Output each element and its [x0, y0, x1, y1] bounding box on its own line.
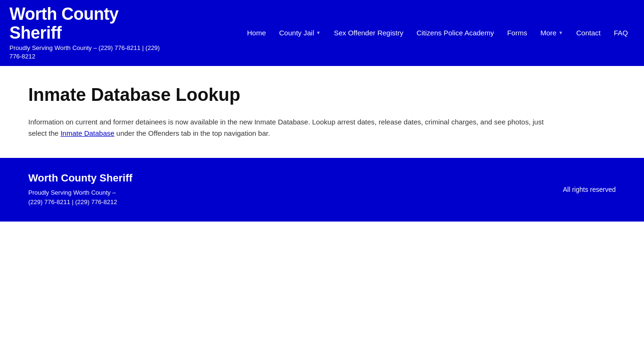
footer-brand: Worth County Sheriff Proudly Serving Wor…	[28, 172, 132, 208]
nav-contact[interactable]: Contact	[570, 25, 607, 41]
more-dropdown-icon: ▼	[558, 30, 563, 35]
description-text-part2: under the Offenders tab in the top navig…	[115, 129, 270, 137]
nav-county-jail[interactable]: County Jail ▼	[272, 25, 327, 41]
footer-subtitle: Proudly Serving Worth County – (229) 776…	[28, 188, 132, 208]
footer-rights: All rights reserved	[563, 186, 616, 193]
county-jail-dropdown-icon: ▼	[316, 30, 321, 35]
footer-title: Worth County Sheriff	[28, 172, 132, 184]
main-nav: Home County Jail ▼ Sex Offender Registry…	[174, 25, 635, 41]
brand-area: Worth County Sheriff Proudly Serving Wor…	[9, 5, 160, 61]
nav-more[interactable]: More ▼	[534, 25, 570, 41]
nav-sex-offender-registry[interactable]: Sex Offender Registry	[327, 25, 410, 41]
main-content: Inmate Database Lookup Information on cu…	[0, 66, 644, 158]
nav-faq[interactable]: FAQ	[607, 25, 635, 41]
footer-subtitle-line1: Proudly Serving Worth County –	[28, 189, 116, 196]
page-description: Information on current and former detain…	[28, 116, 547, 139]
site-footer: Worth County Sheriff Proudly Serving Wor…	[0, 158, 644, 222]
nav-home[interactable]: Home	[240, 25, 272, 41]
inmate-database-link[interactable]: Inmate Database	[60, 129, 114, 137]
site-title: Worth County Sheriff	[9, 5, 160, 42]
page-title: Inmate Database Lookup	[28, 85, 616, 105]
site-header: Worth County Sheriff Proudly Serving Wor…	[0, 0, 644, 66]
site-subtitle: Proudly Serving Worth County – (229) 776…	[9, 44, 160, 61]
footer-subtitle-line2: (229) 776-8211 | (229) 776-8212	[28, 198, 117, 206]
nav-citizens-police-academy[interactable]: Citizens Police Academy	[410, 25, 500, 41]
nav-forms[interactable]: Forms	[501, 25, 534, 41]
